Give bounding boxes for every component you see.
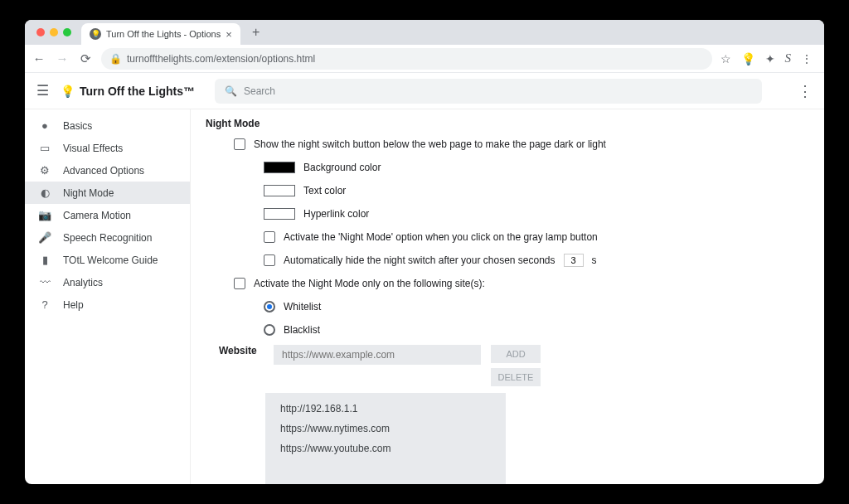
option-following-sites: Activate the Night Mode only on the foll… <box>234 275 809 292</box>
bulb-icon: 💡 <box>61 85 75 98</box>
sidebar-item-analytics[interactable]: 〰Analytics <box>25 271 190 293</box>
search-placeholder: Search <box>244 85 275 97</box>
sidebar-item-label: TOtL Welcome Guide <box>63 254 158 266</box>
sidebar-item-advanced[interactable]: ⚙Advanced Options <box>25 159 190 182</box>
color-label: Background color <box>303 162 381 173</box>
sidebar-item-label: Basics <box>63 120 92 132</box>
sites-listbox[interactable]: http://192.168.1.1 https://www.nytimes.c… <box>265 393 506 484</box>
color-swatch-text[interactable] <box>264 185 295 196</box>
color-swatch-link[interactable] <box>264 208 295 220</box>
extension-bulb-icon[interactable]: 💡 <box>741 52 755 65</box>
sidebar-item-help[interactable]: ?Help <box>25 293 190 316</box>
sidebar-item-basics[interactable]: ●Basics <box>25 114 190 137</box>
add-button[interactable]: ADD <box>491 345 541 363</box>
sidebar-item-night-mode[interactable]: ◐Night Mode <box>25 182 190 204</box>
address-bar[interactable]: 🔒 turnoffthelights.com/extension/options… <box>101 48 712 70</box>
guide-icon: ▮ <box>38 254 51 266</box>
analytics-icon: 〰 <box>38 276 51 288</box>
tab-title: Turn Off the Lights - Options <box>106 29 221 39</box>
radio-label: Whitelist <box>284 301 321 313</box>
star-icon[interactable]: ☆ <box>720 52 731 65</box>
advanced-icon: ⚙ <box>38 164 51 177</box>
close-window-icon[interactable] <box>36 28 45 36</box>
option-show-switch: Show the night switch button below the w… <box>234 136 809 153</box>
option-gray-lamp: Activate the 'Night Mode' option when yo… <box>264 229 809 245</box>
list-item[interactable]: https://www.nytimes.com <box>280 423 491 434</box>
section-title: Night Mode <box>206 118 809 129</box>
row-bg-color: Background color <box>264 159 809 176</box>
list-item[interactable]: http://192.168.1.1 <box>280 403 491 414</box>
lock-icon: 🔒 <box>109 53 122 65</box>
option-label: Automatically hide the night switch afte… <box>284 254 555 266</box>
sidebar-item-label: Speech Recognition <box>63 232 152 244</box>
browser-menu-icon[interactable]: ⋮ <box>801 52 813 65</box>
night-mode-icon: ◐ <box>38 187 51 199</box>
checkbox-auto-hide[interactable] <box>264 254 275 266</box>
app-menu-icon[interactable]: ⋮ <box>798 82 813 100</box>
close-tab-icon[interactable]: × <box>226 28 232 41</box>
sidebar-item-guide[interactable]: ▮TOtL Welcome Guide <box>25 249 190 271</box>
checkbox-show-switch[interactable] <box>234 138 245 150</box>
back-button[interactable]: ← <box>32 51 46 65</box>
sidebar-item-label: Help <box>63 299 84 311</box>
option-label: Activate the 'Night Mode' option when yo… <box>284 231 598 243</box>
sidebar: ●Basics ▭Visual Effects ⚙Advanced Option… <box>25 109 191 484</box>
color-swatch-bg[interactable] <box>264 162 295 173</box>
sidebar-item-label: Camera Motion <box>63 210 131 221</box>
delete-button[interactable]: DELETE <box>491 368 541 386</box>
minimize-window-icon[interactable] <box>50 28 58 36</box>
color-label: Text color <box>303 185 346 196</box>
app-brand: 💡 Turn Off the Lights™ <box>61 85 195 98</box>
seconds-suffix: s <box>592 254 597 266</box>
main-panel: Night Mode Show the night switch button … <box>191 109 824 484</box>
hamburger-icon[interactable]: ☰ <box>36 82 49 99</box>
checkbox-following-sites[interactable] <box>234 278 245 289</box>
option-label: Activate the Night Mode only on the foll… <box>254 278 485 289</box>
row-text-color: Text color <box>264 182 809 199</box>
forward-button[interactable]: → <box>55 51 70 65</box>
extensions-icon[interactable]: ✦ <box>765 52 775 65</box>
website-label: Website <box>219 345 264 356</box>
sidebar-item-label: Visual Effects <box>63 143 123 154</box>
website-input-row: Website ADD DELETE <box>219 345 809 386</box>
help-icon: ? <box>38 298 51 311</box>
sidebar-item-label: Analytics <box>63 277 103 288</box>
sidebar-item-label: Advanced Options <box>63 165 144 177</box>
search-input[interactable]: 🔍 Search <box>215 79 762 104</box>
reload-button[interactable]: ⟳ <box>78 51 93 66</box>
search-icon: 🔍 <box>225 85 237 97</box>
radio-blacklist[interactable] <box>264 324 275 336</box>
sidebar-item-label: Night Mode <box>63 187 114 199</box>
user-icon[interactable]: S <box>785 51 792 65</box>
list-item[interactable]: https://www.youtube.com <box>280 443 491 454</box>
option-auto-hide: Automatically hide the night switch afte… <box>264 252 809 269</box>
option-label: Show the night switch button below the w… <box>254 138 606 150</box>
color-label: Hyperlink color <box>303 208 369 220</box>
radio-row-blacklist: Blacklist <box>264 322 809 338</box>
sidebar-item-speech[interactable]: 🎤Speech Recognition <box>25 226 190 249</box>
radio-whitelist[interactable] <box>264 301 275 313</box>
radio-label: Blacklist <box>284 324 320 336</box>
browser-tabbar: 💡 Turn Off the Lights - Options × + <box>25 20 824 45</box>
browser-toolbar: ← → ⟳ 🔒 turnoffthelights.com/extension/o… <box>25 45 824 73</box>
app-header: ☰ 💡 Turn Off the Lights™ 🔍 Search ⋮ <box>25 73 824 109</box>
basics-icon: ● <box>38 119 51 132</box>
bulb-icon: 💡 <box>90 28 101 40</box>
browser-tab[interactable]: 💡 Turn Off the Lights - Options × <box>81 23 240 45</box>
row-link-color: Hyperlink color <box>264 206 809 222</box>
sidebar-item-visual-effects[interactable]: ▭Visual Effects <box>25 137 190 159</box>
url-text: turnoffthelights.com/extension/options.h… <box>127 53 315 65</box>
visual-effects-icon: ▭ <box>38 142 51 154</box>
new-tab-button[interactable]: + <box>245 25 267 40</box>
checkbox-gray-lamp[interactable] <box>264 231 275 243</box>
radio-row-whitelist: Whitelist <box>264 298 809 315</box>
window-controls <box>36 28 71 36</box>
maximize-window-icon[interactable] <box>63 28 71 36</box>
brand-text: Turn Off the Lights™ <box>80 85 195 98</box>
sidebar-item-camera[interactable]: 📷Camera Motion <box>25 204 190 226</box>
camera-icon: 📷 <box>38 209 51 221</box>
website-input[interactable] <box>274 345 481 365</box>
seconds-input[interactable] <box>564 254 584 267</box>
speech-icon: 🎤 <box>38 231 51 244</box>
